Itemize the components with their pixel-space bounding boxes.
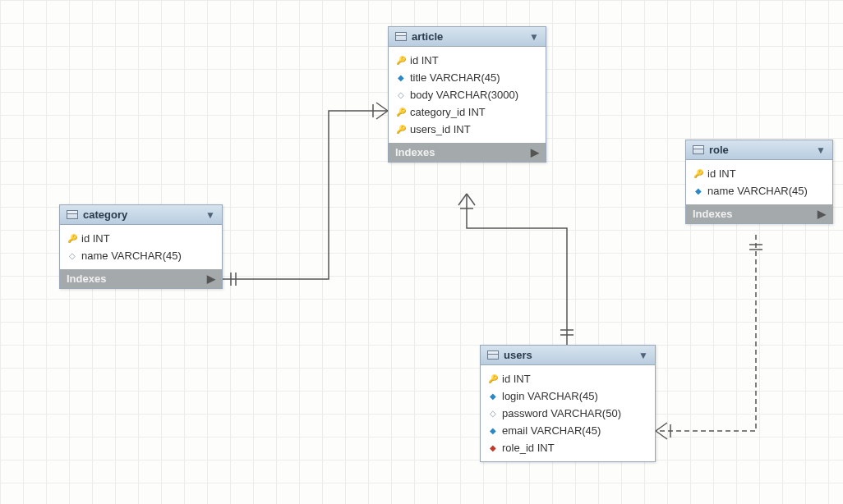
column-text: name VARCHAR(45) bbox=[81, 250, 182, 262]
chevron-down-icon[interactable]: ▼ bbox=[205, 209, 215, 221]
chevron-right-icon[interactable]: ▶ bbox=[531, 146, 539, 158]
column-text: id INT bbox=[410, 54, 439, 66]
indexes-section[interactable]: Indexes ▶ bbox=[60, 269, 222, 288]
indexes-section[interactable]: Indexes ▶ bbox=[686, 204, 832, 223]
table-header[interactable]: users ▼ bbox=[481, 346, 655, 365]
key-icon: 🔑 bbox=[489, 375, 497, 383]
column-text: email VARCHAR(45) bbox=[502, 424, 601, 437]
foreign-key-icon: ◆ bbox=[489, 444, 497, 452]
column-text: name VARCHAR(45) bbox=[707, 185, 808, 197]
table-icon bbox=[67, 210, 78, 219]
key-icon: 🔑 bbox=[694, 170, 702, 178]
diamond-open-icon: ◇ bbox=[397, 91, 405, 99]
table-category[interactable]: category ▼ 🔑 id INT ◇ name VARCHAR(45) I… bbox=[59, 204, 223, 289]
table-users[interactable]: users ▼ 🔑 id INT ◆ login VARCHAR(45) ◇ p… bbox=[480, 345, 656, 462]
column-row[interactable]: 🔑 id INT bbox=[392, 52, 542, 69]
foreign-key-icon: 🔑 bbox=[397, 126, 405, 134]
column-row[interactable]: ◆ email VARCHAR(45) bbox=[484, 422, 652, 439]
column-text: password VARCHAR(50) bbox=[502, 407, 621, 419]
table-columns: 🔑 id INT ◇ name VARCHAR(45) bbox=[60, 225, 222, 269]
chevron-right-icon[interactable]: ▶ bbox=[818, 208, 826, 220]
column-row[interactable]: 🔑 category_id INT bbox=[392, 103, 542, 121]
diamond-icon: ◆ bbox=[489, 392, 497, 401]
column-text: users_id INT bbox=[410, 123, 471, 135]
column-row[interactable]: 🔑 id INT bbox=[689, 165, 829, 182]
diamond-open-icon: ◇ bbox=[489, 410, 497, 418]
key-icon: 🔑 bbox=[397, 57, 405, 65]
key-icon: 🔑 bbox=[68, 235, 76, 243]
column-text: title VARCHAR(45) bbox=[410, 71, 500, 84]
chevron-right-icon[interactable]: ▶ bbox=[207, 273, 215, 285]
indexes-section[interactable]: Indexes ▶ bbox=[389, 143, 546, 162]
column-text: id INT bbox=[502, 373, 531, 385]
table-icon bbox=[395, 32, 407, 41]
column-text: login VARCHAR(45) bbox=[502, 390, 598, 402]
indexes-label: Indexes bbox=[693, 208, 732, 220]
chevron-down-icon[interactable]: ▼ bbox=[816, 144, 826, 156]
column-row[interactable]: 🔑 users_id INT bbox=[392, 121, 542, 138]
column-text: body VARCHAR(3000) bbox=[410, 89, 518, 101]
table-icon bbox=[693, 145, 704, 154]
column-text: id INT bbox=[707, 167, 736, 180]
diamond-icon: ◆ bbox=[694, 187, 702, 195]
indexes-label: Indexes bbox=[395, 146, 435, 158]
column-row[interactable]: 🔑 id INT bbox=[484, 370, 652, 387]
column-text: id INT bbox=[81, 232, 110, 245]
table-title: article bbox=[412, 30, 443, 43]
column-row[interactable]: ◇ password VARCHAR(50) bbox=[484, 405, 652, 422]
column-row[interactable]: ◆ title VARCHAR(45) bbox=[392, 69, 542, 86]
table-columns: 🔑 id INT ◆ title VARCHAR(45) ◇ body VARC… bbox=[389, 47, 546, 143]
column-row[interactable]: ◆ name VARCHAR(45) bbox=[689, 182, 829, 199]
table-role[interactable]: role ▼ 🔑 id INT ◆ name VARCHAR(45) Index… bbox=[685, 140, 833, 224]
column-row[interactable]: ◆ role_id INT bbox=[484, 439, 652, 456]
chevron-down-icon[interactable]: ▼ bbox=[638, 350, 648, 361]
table-header[interactable]: category ▼ bbox=[60, 205, 222, 225]
table-title: users bbox=[504, 349, 532, 361]
table-icon bbox=[487, 351, 499, 360]
table-columns: 🔑 id INT ◆ name VARCHAR(45) bbox=[686, 160, 832, 204]
column-row[interactable]: ◇ name VARCHAR(45) bbox=[63, 247, 219, 264]
table-header[interactable]: role ▼ bbox=[686, 140, 832, 160]
diamond-icon: ◆ bbox=[489, 427, 497, 435]
diamond-open-icon: ◇ bbox=[68, 252, 76, 260]
diamond-icon: ◆ bbox=[397, 74, 405, 82]
table-article[interactable]: article ▼ 🔑 id INT ◆ title VARCHAR(45) ◇… bbox=[388, 26, 546, 163]
table-header[interactable]: article ▼ bbox=[389, 27, 546, 47]
indexes-label: Indexes bbox=[67, 273, 106, 285]
table-title: role bbox=[709, 144, 729, 156]
column-row[interactable]: ◆ login VARCHAR(45) bbox=[484, 387, 652, 405]
column-text: category_id INT bbox=[410, 106, 486, 118]
table-columns: 🔑 id INT ◆ login VARCHAR(45) ◇ password … bbox=[481, 365, 655, 461]
column-row[interactable]: 🔑 id INT bbox=[63, 230, 219, 247]
column-text: role_id INT bbox=[502, 442, 555, 454]
table-title: category bbox=[83, 208, 127, 221]
foreign-key-icon: 🔑 bbox=[397, 108, 405, 117]
column-row[interactable]: ◇ body VARCHAR(3000) bbox=[392, 86, 542, 103]
chevron-down-icon[interactable]: ▼ bbox=[529, 31, 539, 43]
